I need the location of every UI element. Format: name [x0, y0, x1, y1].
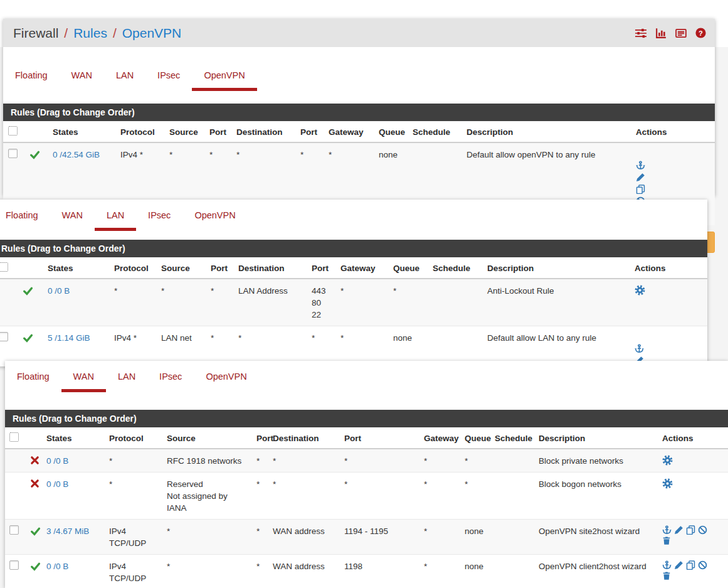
tab-openvpn[interactable]: OpenVPN [194, 361, 258, 392]
col-protocol: Protocol [112, 257, 159, 279]
pass-icon [29, 149, 48, 160]
col-states: States [50, 121, 118, 142]
cell-description: Block bogon networks [536, 473, 660, 520]
tab-lan[interactable]: LAN [106, 361, 147, 392]
edit-icon[interactable] [674, 560, 683, 570]
states-link[interactable]: 3 /4.67 MiB [46, 527, 89, 536]
table-header-row: States Protocol Source Port Destination … [0, 257, 707, 279]
table-header-row: States Protocol Source Port Destination … [3, 121, 715, 142]
breadcrumb-link-openvpn[interactable]: OpenVPN [122, 26, 182, 40]
breadcrumb-link-rules[interactable]: Rules [73, 26, 107, 40]
tab-lan[interactable]: LAN [104, 60, 145, 91]
log-icon[interactable] [675, 28, 687, 39]
cell-source-port: * [254, 555, 270, 588]
tab-wan[interactable]: WAN [61, 361, 106, 392]
cell-dest-port: * [342, 449, 421, 473]
states-link[interactable]: 0 /0 B [46, 562, 68, 571]
cell-dest-port: 443 80 22 [309, 279, 338, 326]
states-link[interactable]: 0 /0 B [46, 456, 68, 466]
rule-select-checkbox[interactable] [0, 332, 8, 341]
copy-icon[interactable] [686, 525, 695, 535]
table-row: 0 /0 B * RFC 1918 networks * * * * * Blo… [5, 449, 728, 473]
cell-destination: * [270, 473, 342, 520]
tab-floating[interactable]: Floating [5, 361, 61, 392]
tab-ipsec[interactable]: IPsec [136, 200, 182, 231]
edit-icon[interactable] [674, 525, 683, 535]
col-source: Source [164, 427, 254, 449]
cell-dest-port: 1194 - 1195 [342, 520, 421, 555]
cell-protocol: * [112, 279, 159, 326]
cell-dest-port: 1198 [342, 555, 421, 588]
rules-table: States Protocol Source Port Destination … [5, 427, 728, 588]
cell-gateway: * [421, 555, 462, 588]
rule-select-checkbox[interactable] [9, 525, 19, 535]
col-source-port: Port [208, 257, 236, 279]
cell-gateway: * [338, 279, 391, 326]
tab-openvpn[interactable]: OpenVPN [182, 200, 247, 231]
cell-destination: WAN address [270, 520, 342, 555]
states-link[interactable]: 5 /1.14 GiB [48, 333, 90, 343]
col-destination: Destination [270, 427, 342, 449]
tab-openvpn[interactable]: OpenVPN [192, 60, 256, 91]
tab-floating[interactable]: Floating [0, 200, 50, 231]
cell-description: OpenVPN client2host wizard [536, 555, 660, 588]
anchor-icon[interactable] [662, 560, 672, 570]
cell-schedule [492, 473, 536, 520]
cell-schedule [430, 279, 485, 326]
tab-wan[interactable]: WAN [50, 200, 95, 231]
settings-gear-icon[interactable] [662, 478, 673, 489]
anchor-icon[interactable] [635, 344, 644, 353]
breadcrumb-separator: / [113, 26, 117, 40]
anchor-icon[interactable] [636, 161, 645, 170]
tab-ipsec[interactable]: IPsec [145, 60, 192, 91]
table-row: 3 /4.67 MiB IPv4 TCP/UDP * * WAN address… [5, 520, 728, 555]
tab-lan[interactable]: LAN [95, 200, 136, 231]
disable-icon[interactable] [698, 560, 707, 570]
openvpn-rules-panel: Firewall/Rules/OpenVPN ? Floating WAN LA… [3, 19, 715, 196]
anchor-icon[interactable] [662, 525, 672, 535]
rule-select-checkbox[interactable] [9, 560, 19, 570]
cell-source: Reserved Not assigned by IANA [164, 473, 254, 520]
col-source: Source [167, 121, 207, 142]
tab-wan[interactable]: WAN [60, 60, 104, 91]
table-row: 0 /0 B IPv4 TCP/UDP * * WAN address 1198… [5, 555, 728, 588]
col-dest-port: Port [309, 257, 338, 279]
col-protocol: Protocol [107, 427, 164, 449]
copy-icon[interactable] [636, 184, 645, 194]
col-destination: Destination [234, 121, 298, 142]
col-gateway: Gateway [338, 257, 391, 279]
settings-gear-icon[interactable] [635, 285, 645, 296]
select-all-checkbox[interactable] [9, 432, 19, 442]
tab-floating[interactable]: Floating [3, 60, 60, 91]
wan-rules-panel: Floating WAN LAN IPsec OpenVPN Rules (Dr… [5, 361, 728, 588]
states-link[interactable]: 0 /0 B [48, 286, 70, 296]
col-description: Description [464, 121, 633, 142]
states-link[interactable]: 0 /42.54 GiB [53, 150, 100, 159]
sliders-icon[interactable] [635, 28, 646, 39]
delete-icon[interactable] [662, 536, 671, 545]
select-all-checkbox[interactable] [8, 126, 18, 136]
settings-gear-icon[interactable] [662, 455, 673, 466]
block-icon [30, 456, 41, 465]
cell-protocol: IPv4 TCP/UDP [107, 555, 164, 588]
states-link[interactable]: 0 /0 B [46, 479, 68, 489]
col-dest-port: Port [342, 427, 421, 449]
col-source-port: Port [254, 427, 270, 449]
help-icon[interactable]: ? [695, 28, 706, 38]
tab-ipsec[interactable]: IPsec [147, 361, 194, 392]
svg-text:?: ? [699, 29, 703, 37]
select-all-checkbox[interactable] [0, 262, 8, 272]
rule-select-checkbox[interactable] [8, 149, 18, 158]
edit-icon[interactable] [636, 173, 645, 182]
disable-icon[interactable] [698, 525, 707, 535]
col-queue: Queue [462, 427, 492, 449]
copy-icon[interactable] [686, 560, 695, 570]
rules-table: States Protocol Source Port Destination … [0, 257, 707, 366]
cell-description: OpenVPN site2host wizard [536, 520, 660, 555]
rules-panel-title: Rules (Drag to Change Order) [0, 240, 707, 257]
col-schedule: Schedule [430, 257, 485, 279]
delete-icon[interactable] [662, 571, 671, 580]
interface-tabs: Floating WAN LAN IPsec OpenVPN [5, 361, 728, 392]
table-row: 0 /0 B * * * LAN Address 443 80 22 * * A… [0, 279, 707, 326]
bar-chart-icon[interactable] [655, 28, 667, 39]
